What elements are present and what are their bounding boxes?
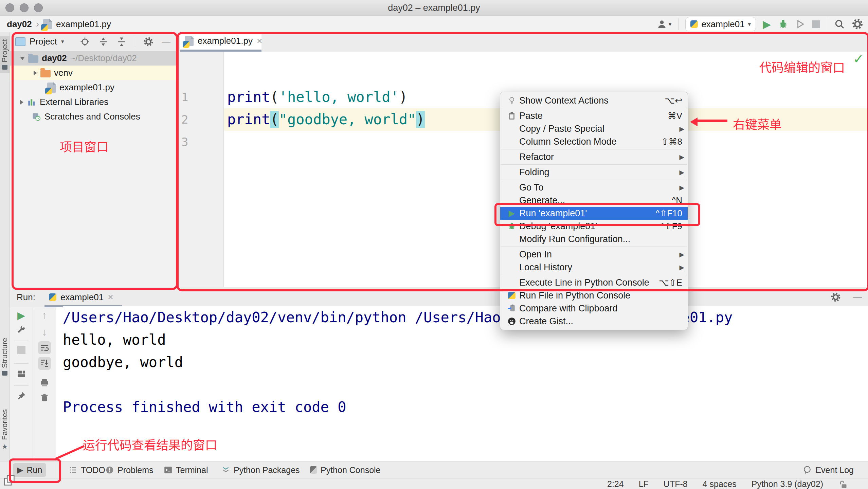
down-stack-trace-button[interactable]: ↓: [42, 327, 47, 337]
toolwindow-run-button[interactable]: ▶ Run: [13, 463, 46, 477]
toolbar-divider: [14, 363, 29, 364]
project-panel-title[interactable]: Project: [30, 36, 57, 47]
tree-item-venv[interactable]: venv: [10, 66, 176, 80]
scroll-to-end-button[interactable]: [38, 357, 51, 370]
run-tab-example01[interactable]: example01 ×: [49, 292, 113, 303]
folder-icon: [2, 65, 7, 70]
code-paren-matched: ): [416, 111, 424, 128]
menu-item-label: Run File in Python Console: [519, 290, 684, 301]
line-separator[interactable]: LF: [639, 479, 649, 489]
debug-button[interactable]: [778, 19, 789, 30]
menu-item-generate[interactable]: Generate... ^N: [500, 194, 688, 207]
search-everywhere-button[interactable]: [834, 19, 845, 30]
breadcrumb-file[interactable]: example01.py: [56, 19, 111, 30]
run-with-coverage-button[interactable]: [795, 19, 806, 29]
menu-item-show-context-actions[interactable]: Show Context Actions ⌥↩: [500, 94, 688, 107]
menu-item-execute-line-in-python-console[interactable]: Execute Line in Python Console ⌥⇧E: [500, 276, 688, 289]
run-configuration-selector[interactable]: example01 ▾: [685, 17, 756, 31]
menu-item-paste[interactable]: Paste ⌘V: [500, 109, 688, 122]
code-string: 'hello, world': [279, 89, 399, 105]
clear-console-button[interactable]: [40, 393, 49, 402]
console-line: goodbye, world: [63, 351, 868, 374]
menu-item-label: Local History: [519, 262, 676, 273]
menu-item-open-in[interactable]: Open In ▶: [500, 248, 688, 261]
menu-item-compare-with-clipboard[interactable]: Compare with Clipboard: [500, 302, 688, 315]
window-stack-icon[interactable]: [3, 474, 16, 487]
run-settings-button[interactable]: [16, 325, 26, 335]
unlock-icon[interactable]: [838, 479, 848, 489]
toolbar-divider: [14, 341, 29, 341]
project-panel-settings-button[interactable]: [143, 37, 153, 47]
layout-icon: [17, 369, 26, 379]
scroll-end-icon: [40, 359, 49, 368]
menu-item-run-file-in-python-console[interactable]: Run File in Python Console: [500, 289, 688, 302]
menu-item-folding[interactable]: Folding ▶: [500, 166, 688, 179]
menu-item-run-example01[interactable]: ▶ Run 'example01' ^⇧F10: [500, 207, 688, 220]
inspections-ok-icon[interactable]: ✓: [853, 52, 864, 67]
breadcrumb-project[interactable]: day02: [7, 19, 32, 30]
menu-item-label: Modify Run Configuration...: [519, 234, 684, 244]
hide-panel-button[interactable]: —: [162, 36, 170, 47]
settings-button[interactable]: [852, 18, 863, 30]
run-console[interactable]: /Users/Hao/Desktop/day02/venv/bin/python…: [63, 306, 868, 461]
hide-panel-button[interactable]: —: [853, 292, 862, 303]
rerun-button[interactable]: ▶: [17, 309, 25, 321]
close-icon[interactable]: ×: [257, 36, 262, 47]
structure-icon: [2, 371, 7, 376]
indent-setting[interactable]: 4 spaces: [703, 479, 737, 489]
submenu-arrow-icon: ▶: [676, 168, 684, 176]
sidebar-tab-project[interactable]: Project: [0, 36, 10, 73]
stop-button[interactable]: [17, 346, 25, 354]
console-line: [63, 374, 868, 396]
restore-layout-button[interactable]: [17, 369, 26, 379]
menu-item-debug-example01[interactable]: Debug 'example01' ^⇧F9: [500, 220, 688, 233]
sidebar-tab-structure[interactable]: Structure: [0, 334, 10, 379]
menu-item-modify-run-configuration[interactable]: Modify Run Configuration...: [500, 233, 688, 246]
menu-item-refactor[interactable]: Refactor ▶: [500, 150, 688, 163]
caret-position[interactable]: 2:24: [607, 479, 624, 489]
event-log-button[interactable]: Event Log: [798, 463, 858, 477]
python-icon: [504, 292, 519, 299]
tree-item-example01[interactable]: example01.py: [10, 80, 176, 95]
search-icon: [834, 19, 845, 30]
titlebar: day02 – example01.py: [0, 0, 868, 16]
toolwindow-label: Event Log: [815, 465, 854, 475]
menu-item-column-selection-mode[interactable]: Column Selection Mode ⇧⌘8: [500, 135, 688, 148]
up-stack-trace-button[interactable]: ↑: [42, 310, 47, 320]
file-encoding[interactable]: UTF-8: [664, 479, 688, 489]
run-button[interactable]: ▶: [763, 19, 771, 30]
menu-item-go-to[interactable]: Go To ▶: [500, 181, 688, 194]
sidebar-tab-favorites[interactable]: Favorites ★: [0, 406, 10, 454]
expand-all-button[interactable]: [98, 37, 108, 47]
user-menu-button[interactable]: ▾: [656, 19, 672, 30]
terminal-icon: [164, 466, 173, 474]
toolwindow-python-console-button[interactable]: Python Console: [306, 463, 385, 477]
tree-item-day02[interactable]: day02 ~/Desktop/day02: [10, 51, 176, 66]
submenu-arrow-icon: ▶: [676, 153, 684, 161]
run-panel: Run: example01 × — ▶: [10, 287, 868, 461]
toolwindow-terminal-button[interactable]: Terminal: [160, 463, 212, 477]
pin-tab-button[interactable]: [17, 391, 26, 401]
select-opened-file-button[interactable]: [80, 37, 90, 47]
menu-item-copy-paste-special[interactable]: Copy / Paste Special ▶: [500, 122, 688, 135]
toolwindow-python-packages-button[interactable]: Python Packages: [217, 463, 304, 477]
tree-item-external-libraries[interactable]: External Libraries: [10, 95, 176, 109]
print-button[interactable]: [40, 378, 49, 387]
soft-wrap-button[interactable]: [38, 341, 51, 354]
project-panel-header: Project ▾ —: [10, 32, 176, 51]
project-panel-icon: [15, 37, 25, 46]
tree-item-scratches[interactable]: Scratches and Consoles: [10, 109, 176, 124]
collapse-all-button[interactable]: [116, 37, 127, 47]
toolwindow-problems-button[interactable]: Problems: [101, 463, 158, 477]
editor-tab-example01[interactable]: example01.py ×: [180, 32, 261, 50]
interpreter-setting[interactable]: Python 3.9 (day02): [752, 479, 823, 489]
close-icon[interactable]: ×: [108, 292, 113, 303]
stop-button[interactable]: [812, 20, 820, 28]
menu-item-create-gist[interactable]: Create Gist...: [500, 315, 688, 328]
tool-window-bar: ▶ Run TODO Problems Terminal Python Pack…: [0, 461, 868, 478]
sidebar-tab-label: Structure: [0, 338, 9, 368]
run-panel-settings-button[interactable]: [831, 292, 841, 302]
python-file-icon: [47, 83, 56, 93]
menu-item-local-history[interactable]: Local History ▶: [500, 261, 688, 274]
gear-icon: [831, 292, 841, 302]
